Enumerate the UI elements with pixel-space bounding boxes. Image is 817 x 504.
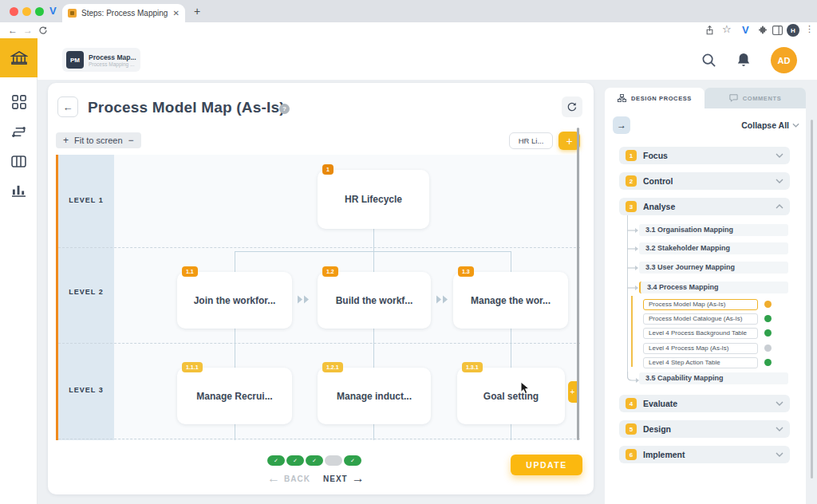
step-process-mapping[interactable]: 3.4 Process Mapping [639,282,788,293]
process-node[interactable]: 1.2 Build the workf... [318,272,431,329]
sitemap-icon [618,94,626,102]
node-label: Join the workfor... [194,295,276,306]
artifact-process-model-map[interactable]: Process Model Map (As-Is) [643,299,758,310]
phase-label: Analyse [643,202,769,211]
extension-v-icon[interactable]: V [742,24,749,36]
page-scrollbar[interactable] [811,120,813,478]
phase-analyse[interactable]: 3 Analyse [619,198,790,215]
phase-label: Design [643,424,769,434]
sidenav-item-home[interactable] [0,38,37,77]
reload-icon[interactable] [38,26,48,35]
browser-menu-icon[interactable]: ⋮ [805,24,814,34]
node-badge: 1.2 [322,266,338,277]
help-icon[interactable]: ? [279,104,290,114]
progress-step[interactable] [306,455,323,466]
user-avatar[interactable]: AD [771,47,797,73]
back-step-button[interactable]: ← BACK [267,471,310,486]
status-dot [764,359,772,366]
traffic-zoom-icon[interactable] [35,7,44,16]
step-user-journey-mapping[interactable]: 3.3 User Journey Mapping [639,262,788,274]
step-capability-mapping[interactable]: 3.5 Capability Mapping [639,372,788,384]
browser-profile-avatar[interactable]: H [787,24,799,37]
side-panel-icon[interactable] [772,26,783,35]
panel-collapse-arrow-button[interactable]: → [613,116,630,134]
grid-icon [12,95,26,109]
page-title: Process Model Map (As-Is) [88,99,285,116]
artifact-process-model-catalogue[interactable]: Process Model Catalogue (As-Is) [643,313,758,325]
fit-to-screen-label[interactable]: Fit to screen [74,136,123,145]
progress-step[interactable] [286,455,304,466]
extensions-puzzle-icon[interactable] [758,26,768,35]
browser-tab[interactable]: Steps: Process Mapping Testin ✕ [62,4,185,22]
main-card: ← Process Model Map (As-Is) ? + Fit to s… [48,83,594,494]
zoom-in-button[interactable]: + [63,135,69,146]
phase-focus[interactable]: 1 Focus [619,147,790,164]
process-node[interactable]: 1.3.1 Goal setting [457,368,565,424]
notifications-bell-icon[interactable] [736,52,751,68]
tab-favicon-icon [68,9,77,18]
status-dot [764,345,772,352]
phase-number-badge: 1 [626,150,637,161]
process-node[interactable]: 1.1 Join the workfor... [177,272,292,329]
bar-chart-icon [12,183,26,197]
phase-design[interactable]: 5 Design [619,420,790,438]
phase-number-badge: 5 [626,423,637,435]
refresh-button[interactable] [562,96,582,117]
search-icon[interactable] [701,53,716,68]
step-stakeholder-mapping[interactable]: 3.2 Stakeholder Mapping [639,242,788,254]
back-nav-icon[interactable]: ← [8,25,18,36]
zoom-controls: + Fit to screen − [56,132,141,148]
artifact-l4-process-map[interactable]: Level 4 Process Map (As-Is) [643,343,758,354]
progress-step[interactable] [344,455,361,466]
level-2-label: LEVEL 2 [58,288,114,296]
tab-close-icon[interactable]: ✕ [173,9,180,18]
phase-control[interactable]: 2 Control [619,172,790,190]
phase-number-badge: 2 [626,175,637,187]
traffic-minimize-icon[interactable] [22,7,31,16]
sidenav-item-analytics[interactable] [0,181,37,199]
add-node-tab-button[interactable]: + [568,381,577,403]
browser-toolbar: ← → ☆ V H ⋮ [0,22,817,38]
tab-comments[interactable]: COMMENTS [705,88,806,108]
process-node[interactable]: 1 HR Lifecycle [318,170,429,229]
artifact-l4-background-table[interactable]: Level 4 Process Background Table [643,328,758,339]
process-node[interactable]: 1.1.1 Manage Recrui... [177,368,292,424]
zoom-out-button[interactable]: − [128,135,134,146]
node-badge: 1.1 [182,266,198,277]
process-node[interactable]: 1.2.1 Manage induct... [318,368,431,424]
refresh-icon [566,101,578,112]
sidenav-item-apps[interactable] [0,93,37,111]
traffic-close-icon[interactable] [10,7,18,16]
project-chip[interactable]: PM Process Map... Process Mapping ... [62,48,140,72]
browser-logo-icon: V [49,5,57,17]
tab-design-process[interactable]: DESIGN PROCESS [605,88,705,108]
tree-line [627,215,628,375]
phase-label: Control [643,176,769,186]
progress-step[interactable] [325,455,342,466]
new-tab-button[interactable]: + [194,5,200,18]
screen: V Steps: Process Mapping Testin ✕ + ← → … [0,0,817,504]
hr-lifecycle-chip[interactable]: HR Li... [509,132,553,149]
share-icon[interactable] [705,26,714,35]
phase-evaluate[interactable]: 4 Evaluate [619,395,790,412]
sidenav-item-flows[interactable] [0,123,37,140]
connector-line [373,229,374,251]
node-badge: 1.1.1 [182,362,203,372]
step-organisation-mapping[interactable]: 3.1 Organisation Mapping [639,224,788,236]
collapse-all-control[interactable]: Collapse All [741,120,799,130]
artifact-l4-step-action-table[interactable]: Level 4 Step Action Table [643,357,758,368]
chevron-down-icon [792,123,799,128]
update-button[interactable]: UPDATE [511,455,582,475]
process-map-canvas[interactable]: LEVEL 1 LEVEL 2 LEVEL 3 1 HR Lifecycle 1… [56,155,580,440]
chevron-down-icon [776,153,783,158]
forward-nav-icon[interactable]: → [23,25,33,36]
next-step-button[interactable]: NEXT → [323,471,365,486]
progress-step[interactable] [267,455,285,466]
process-node[interactable]: 1.3 Manage the wor... [453,272,568,329]
back-button[interactable]: ← [57,96,78,117]
canvas-scrollbar[interactable] [577,128,579,440]
back-arrow-icon: ← [267,471,280,486]
sidenav-item-board[interactable] [0,152,37,170]
bookmark-star-icon[interactable]: ☆ [722,23,732,35]
phase-implement[interactable]: 6 Implement [619,446,790,463]
